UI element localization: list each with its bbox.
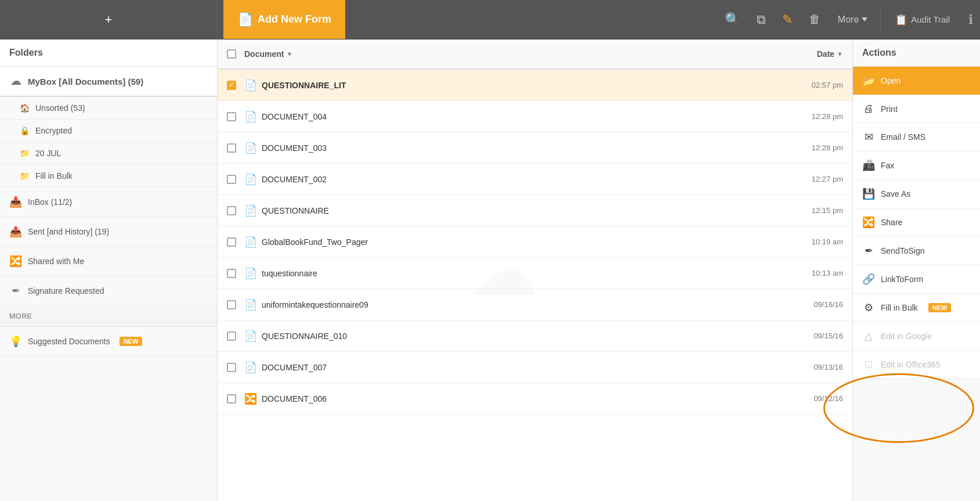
audit-icon: 📋 xyxy=(895,13,907,26)
signature-icon: ✒ xyxy=(9,284,22,297)
sidebar-item-mybox[interactable]: ☁ MyBox [All Documents] (59) xyxy=(0,67,217,97)
sidebar-item-shared[interactable]: 🔀 Shared with Me xyxy=(0,247,217,276)
document-date: 10:19 am xyxy=(773,237,843,246)
delete-button[interactable]: 🗑 xyxy=(802,7,827,32)
sidebar-item-signature[interactable]: ✒ Signature Requested xyxy=(0,276,217,306)
row-checkbox-area xyxy=(227,206,244,215)
share-button[interactable]: 🔀 Share xyxy=(853,208,980,237)
folders-header: Folders xyxy=(0,39,217,67)
fill-bulk-new-badge: NEW xyxy=(928,303,952,312)
document-column-header: Document ▼ xyxy=(244,49,773,59)
table-row[interactable]: 📄 DOCUMENT_004 12:28 pm xyxy=(218,101,852,132)
fill-in-bulk-button[interactable]: ⚙ Fill in Bulk NEW xyxy=(853,294,980,322)
add-new-form-button[interactable]: 📄 Add New Form xyxy=(223,0,345,39)
document-name: DOCUMENT_006 xyxy=(262,394,773,403)
row-checkbox[interactable] xyxy=(227,112,236,121)
bulk-icon: ⚙ xyxy=(862,301,875,314)
plus-button[interactable]: + xyxy=(105,12,113,27)
email-sms-button[interactable]: ✉ Email / SMS xyxy=(853,123,980,152)
open-button[interactable]: 📂 Open xyxy=(853,67,980,95)
table-row[interactable]: 📄 QUESTIONNAIRE_010 09/15/16 xyxy=(218,320,852,352)
document-name: uniformintakequestionnaire09 xyxy=(262,300,773,309)
edit-button[interactable]: ✎ xyxy=(775,6,800,33)
row-checkbox-area xyxy=(227,331,244,341)
pdf-doc-icon: 📄 xyxy=(244,330,257,343)
sidebar-item-encrypted[interactable]: 🔒 Encrypted xyxy=(0,120,217,142)
row-checkbox[interactable] xyxy=(227,175,236,184)
edit-office-button[interactable]: □ Edit in Office365 xyxy=(853,351,980,379)
row-checkbox[interactable] xyxy=(227,269,236,278)
info-button[interactable]: ℹ xyxy=(961,6,980,33)
actions-panel: Actions 📂 Open 🖨 Print ✉ Email / SMS 📠 F… xyxy=(852,39,980,501)
document-list: 📄 QUESTIONNAIRE_LIT 02:57 pm 📄 DOCUMENT_… xyxy=(218,70,852,415)
row-checkbox[interactable] xyxy=(227,237,236,247)
sidebar-item-unsorted[interactable]: 🏠 Unsorted (53) xyxy=(0,97,217,120)
table-row[interactable]: 🔀 DOCUMENT_006 09/12/16 xyxy=(218,383,852,415)
table-row[interactable]: 📄 DOCUMENT_003 12:28 pm xyxy=(218,132,852,164)
sidebar-item-fill-in-bulk[interactable]: 📁 Fill in Bulk xyxy=(0,165,217,188)
table-row[interactable]: 📄 tuquestionnaire 10:13 am xyxy=(218,258,852,289)
document-name: QUESTIONNAIRE xyxy=(262,206,773,215)
email-icon: ✉ xyxy=(862,131,875,143)
document-name: DOCUMENT_002 xyxy=(262,175,773,184)
document-date: 10:13 am xyxy=(773,269,843,277)
document-name: GlobalBookFund_Two_Pager xyxy=(262,237,773,247)
actions-header: Actions xyxy=(853,39,980,67)
save-as-button[interactable]: 💾 Save As xyxy=(853,180,980,208)
document-name: DOCUMENT_003 xyxy=(262,143,773,153)
select-all-checkbox[interactable] xyxy=(227,49,236,59)
new-badge: NEW xyxy=(120,337,143,346)
document-date: 12:28 pm xyxy=(773,112,843,121)
fax-icon: 📠 xyxy=(862,159,875,172)
row-checkbox[interactable] xyxy=(227,394,236,403)
link-to-form-button[interactable]: 🔗 LinkToForm xyxy=(853,265,980,294)
sidebar-item-suggested[interactable]: 💡 Suggested Documents NEW xyxy=(0,327,217,356)
table-row[interactable]: 📄 QUESTIONNAIRE 12:15 pm xyxy=(218,195,852,226)
row-checkbox[interactable] xyxy=(227,331,236,341)
more-button[interactable]: More xyxy=(830,9,876,31)
table-row[interactable]: 📄 GlobalBookFund_Two_Pager 10:19 am xyxy=(218,226,852,258)
office-icon: □ xyxy=(862,358,875,370)
inbox-icon: 📥 xyxy=(9,196,22,208)
cloud-icon: ☁ xyxy=(9,75,22,88)
row-checkbox-area xyxy=(227,237,244,247)
copy-button[interactable]: ⧉ xyxy=(750,6,773,33)
row-checkbox-area xyxy=(227,112,244,121)
table-row[interactable]: 📄 uniformintakequestionnaire09 09/16/16 xyxy=(218,289,852,320)
header-checkbox-area xyxy=(227,49,244,59)
document-date: 02:57 pm xyxy=(773,81,843,89)
print-button[interactable]: 🖨 Print xyxy=(853,95,980,123)
send-to-sign-button[interactable]: ✒ SendToSign xyxy=(853,237,980,265)
form-icon: 📄 xyxy=(237,12,253,27)
fax-button[interactable]: 📠 Fax xyxy=(853,152,980,180)
row-checkbox[interactable] xyxy=(227,81,236,90)
row-checkbox[interactable] xyxy=(227,363,236,372)
table-row[interactable]: 📄 DOCUMENT_002 12:27 pm xyxy=(218,164,852,195)
link-icon: 🔗 xyxy=(862,273,875,286)
row-checkbox[interactable] xyxy=(227,300,236,309)
copy-icon: ⧉ xyxy=(757,12,766,27)
document-name: DOCUMENT_004 xyxy=(262,112,773,121)
folder-icon: 📁 xyxy=(20,149,30,158)
edit-google-button[interactable]: △ Edit in Google xyxy=(853,322,980,351)
audit-trail-button[interactable]: 📋 Audit Trail xyxy=(885,8,959,32)
row-checkbox-area xyxy=(227,300,244,309)
open-icon: 📂 xyxy=(862,74,875,87)
sidebar-item-jul[interactable]: 📁 20 JUL xyxy=(0,142,217,165)
toolbar-center: 📄 Add New Form xyxy=(218,0,718,39)
search-button[interactable]: 🔍 xyxy=(718,6,747,33)
table-row[interactable]: 📄 DOCUMENT_007 09/13/16 xyxy=(218,352,852,383)
table-row[interactable]: 📄 QUESTIONNAIRE_LIT 02:57 pm xyxy=(218,70,852,101)
row-checkbox-area xyxy=(227,394,244,403)
row-checkbox-area xyxy=(227,81,244,90)
lock-icon: 🔒 xyxy=(20,126,30,135)
sidebar-item-inbox[interactable]: 📥 InBox (11/2) xyxy=(0,188,217,217)
sidebar-item-sent[interactable]: 📤 Sent [and History] (19) xyxy=(0,217,217,247)
sent-icon: 📤 xyxy=(9,225,22,238)
document-name: DOCUMENT_007 xyxy=(262,363,773,372)
row-checkbox[interactable] xyxy=(227,143,236,153)
row-checkbox[interactable] xyxy=(227,206,236,215)
row-checkbox-area xyxy=(227,143,244,153)
info-icon: ℹ xyxy=(968,12,973,27)
trash-icon: 🗑 xyxy=(809,13,820,26)
